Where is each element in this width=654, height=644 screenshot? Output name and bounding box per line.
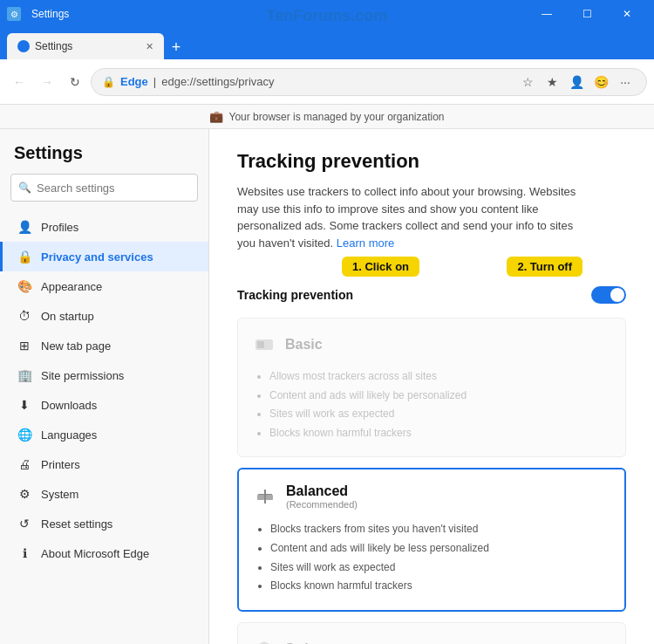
title-bar: ⚙ Settings — ☐ ✕ <box>0 0 654 28</box>
strict-card[interactable]: Strict Blocks a majority of trackers fro… <box>237 622 626 644</box>
collection-icon[interactable]: ★ <box>542 72 562 92</box>
basic-card-title: Basic <box>285 337 323 353</box>
balanced-card-title: Balanced <box>286 483 358 499</box>
sidebar-item-downloads[interactable]: ⬇ Downloads <box>0 390 208 420</box>
address-text: | <box>153 75 156 88</box>
learn-more-link[interactable]: Learn more <box>337 236 394 250</box>
more-icon[interactable]: ··· <box>615 72 636 92</box>
basic-card-bullets: Allows most trackers across all sites Co… <box>252 367 611 442</box>
briefcase-icon: 💼 <box>209 110 223 123</box>
back-button[interactable]: ← <box>7 70 31 94</box>
sidebar-item-languages[interactable]: 🌐 Languages <box>0 420 208 449</box>
content-area: Tracking prevention Websites use tracker… <box>209 129 654 644</box>
balanced-card-titles: Balanced (Recommended) <box>286 483 358 510</box>
refresh-button[interactable]: ↻ <box>63 70 87 94</box>
sidebar-item-newtab[interactable]: ⊞ New tab page <box>0 331 208 360</box>
sitepermissions-icon: 🏢 <box>17 367 32 383</box>
tracking-prevention-toggle[interactable] <box>591 286 626 304</box>
basic-card-header: Basic <box>252 332 611 357</box>
onstartup-icon: ⏱ <box>17 308 32 324</box>
sidebar-item-label: Privacy and services <box>41 250 153 264</box>
sidebar-item-label: System <box>41 488 78 501</box>
languages-icon: 🌐 <box>17 427 32 442</box>
sidebar-item-printers[interactable]: 🖨 Printers <box>0 449 208 479</box>
search-icon: 🔍 <box>18 182 31 194</box>
search-input[interactable] <box>37 182 190 195</box>
title-bar-left: ⚙ Settings <box>7 7 69 21</box>
sidebar-title: Settings <box>0 143 208 174</box>
sidebar-item-sitepermissions[interactable]: 🏢 Site permissions <box>0 360 208 390</box>
address-url: edge://settings/privacy <box>161 75 274 88</box>
maximize-button[interactable]: ☐ <box>567 0 607 28</box>
appearance-icon: 🎨 <box>17 278 32 294</box>
about-icon: ℹ <box>17 545 32 561</box>
strict-card-icon <box>252 637 276 644</box>
sidebar-item-privacy[interactable]: 🔒 Privacy and services <box>0 242 208 271</box>
sidebar: Settings 🔍 👤 Profiles 🔒 Privacy and serv… <box>0 129 209 644</box>
privacy-icon: 🔒 <box>17 249 32 264</box>
sidebar-item-label: Profiles <box>41 221 78 234</box>
svg-rect-4 <box>257 495 264 500</box>
settings-tab[interactable]: Settings ✕ <box>7 33 164 59</box>
strict-card-header: Strict <box>252 637 611 644</box>
tab-bar: Settings ✕ + <box>0 28 654 59</box>
tracking-header-label: Tracking prevention <box>237 288 591 302</box>
sidebar-item-label: Printers <box>41 458 80 471</box>
sidebar-item-label: About Microsoft Edge <box>41 547 149 560</box>
new-tab-button[interactable]: + <box>164 35 188 59</box>
sidebar-item-label: Downloads <box>41 399 97 412</box>
callout-turnoff: 2. Turn off <box>507 257 582 277</box>
edge-favicon: ⚙ <box>7 7 21 21</box>
system-icon: ⚙ <box>17 486 32 502</box>
tracking-prevention-row: 1. Click on 2. Turn off Tracking prevent… <box>237 269 626 304</box>
tab-label: Settings <box>35 40 72 52</box>
sidebar-item-label: Languages <box>41 428 97 442</box>
balanced-card-header: Balanced (Recommended) <box>253 483 610 510</box>
lock-icon: 🔒 <box>102 76 115 88</box>
sidebar-item-about[interactable]: ℹ About Microsoft Edge <box>0 538 208 568</box>
sidebar-item-profiles[interactable]: 👤 Profiles <box>0 212 208 242</box>
svg-rect-5 <box>266 495 273 500</box>
edge-label: Edge <box>120 75 148 88</box>
tab-favicon <box>17 40 30 52</box>
downloads-icon: ⬇ <box>17 397 32 413</box>
balanced-card-icon <box>253 484 277 509</box>
close-button[interactable]: ✕ <box>607 0 647 28</box>
balanced-card[interactable]: Balanced (Recommended) Blocks trackers f… <box>237 468 626 611</box>
title-bar-text: Settings <box>31 8 69 20</box>
title-bar-controls: — ☐ ✕ <box>527 0 647 28</box>
managed-banner: 💼 Your browser is managed by your organi… <box>0 105 654 129</box>
address-field[interactable]: 🔒 Edge | edge://settings/privacy ☆ ★ 👤 😊… <box>91 68 647 96</box>
basic-card-icon <box>252 332 276 357</box>
sidebar-item-label: Site permissions <box>41 369 124 382</box>
profiles-icon: 👤 <box>17 219 32 235</box>
sidebar-item-label: On startup <box>41 310 94 323</box>
description: Websites use trackers to collect info ab… <box>237 183 586 251</box>
tab-close-button[interactable]: ✕ <box>146 41 153 52</box>
sidebar-item-reset[interactable]: ↺ Reset settings <box>0 509 208 538</box>
search-box[interactable]: 🔍 <box>10 174 198 202</box>
callout-click: 1. Click on <box>342 257 419 277</box>
page-title: Tracking prevention <box>237 150 626 173</box>
sidebar-item-label: New tab page <box>41 339 111 353</box>
printers-icon: 🖨 <box>17 456 32 472</box>
balanced-card-bullets: Blocks trackers from sites you haven't v… <box>253 520 610 595</box>
minimize-button[interactable]: — <box>527 0 567 28</box>
basic-card[interactable]: Basic Allows most trackers across all si… <box>237 318 626 457</box>
extension-icon[interactable]: 😊 <box>590 72 611 92</box>
reset-icon: ↺ <box>17 516 32 531</box>
star-icon[interactable]: ☆ <box>517 72 538 92</box>
svg-rect-1 <box>257 341 264 348</box>
address-bar: ← → ↻ 🔒 Edge | edge://settings/privacy ☆… <box>0 59 654 105</box>
forward-button[interactable]: → <box>35 70 59 94</box>
balanced-card-subtitle: (Recommended) <box>286 499 358 510</box>
sidebar-item-onstartup[interactable]: ⏱ On startup <box>0 301 208 331</box>
main-layout: Settings 🔍 👤 Profiles 🔒 Privacy and serv… <box>0 129 654 644</box>
sidebar-item-appearance[interactable]: 🎨 Appearance <box>0 271 208 301</box>
sidebar-item-system[interactable]: ⚙ System <box>0 479 208 509</box>
profile-icon[interactable]: 👤 <box>566 72 587 92</box>
newtab-icon: ⊞ <box>17 338 32 353</box>
address-icons: ☆ ★ 👤 😊 ··· <box>517 72 636 92</box>
sidebar-item-label: Appearance <box>41 280 102 293</box>
managed-text: Your browser is managed by your organiza… <box>228 111 444 123</box>
